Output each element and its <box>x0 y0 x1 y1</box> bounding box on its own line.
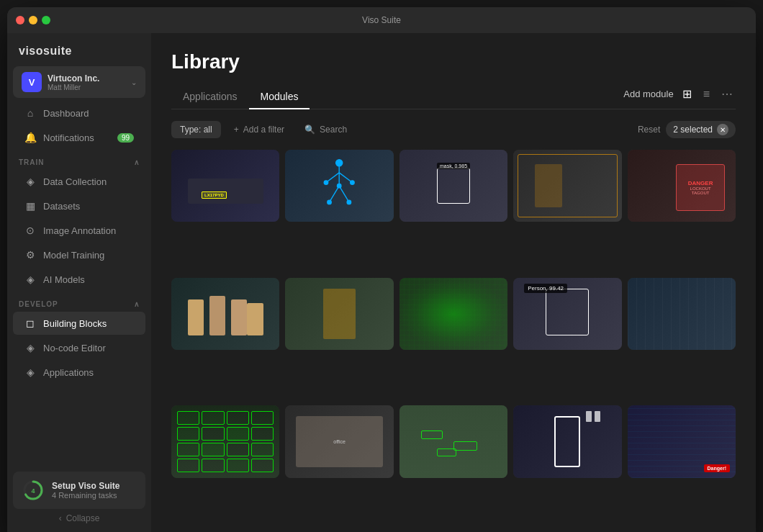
module-item-13[interactable] <box>399 405 507 477</box>
svg-line-8 <box>340 186 350 202</box>
module-item-11[interactable] <box>171 405 279 477</box>
sidebar-item-label: AI Models <box>43 274 85 285</box>
module-item-2[interactable] <box>285 150 393 222</box>
sidebar-item-label: Model Training <box>43 250 104 261</box>
modules-grid: LX17PYD <box>171 150 736 528</box>
develop-collapse-icon[interactable]: ∧ <box>134 300 140 308</box>
setup-title: Setup Viso Suite <box>52 481 119 491</box>
svg-point-10 <box>351 181 354 184</box>
collapse-button[interactable]: ‹ Collapse <box>13 509 145 528</box>
sidebar-item-label: No-code Editor <box>43 343 106 353</box>
sidebar-item-building-blocks[interactable]: ◻ Building Blocks <box>13 312 145 335</box>
sidebar-item-label: Dashboard <box>43 108 89 119</box>
titlebar: Viso Suite <box>7 7 756 33</box>
sidebar-bottom: 4 Setup Viso Suite 4 Remaining tasks ‹ C… <box>7 466 151 532</box>
ai-models-icon: ◈ <box>24 274 36 285</box>
sidebar-item-datasets[interactable]: ▦ Datasets <box>13 194 145 217</box>
type-filter-label: Type: all <box>180 125 212 135</box>
training-icon: ⚙ <box>24 249 36 261</box>
chevron-down-icon: ⌄ <box>131 78 137 86</box>
sidebar-item-label: Image Annotation <box>43 225 116 236</box>
module-item-7[interactable] <box>285 278 393 350</box>
sidebar-item-applications[interactable]: ◈ Applications <box>13 361 145 384</box>
sidebar-item-ai-models[interactable]: ◈ AI Models <box>13 268 145 291</box>
add-filter-label: Add a filter <box>243 125 284 135</box>
sidebar-item-model-training[interactable]: ⚙ Model Training <box>13 243 145 266</box>
search-label: Search <box>320 125 347 135</box>
module-item-3[interactable]: mask, 0.985 <box>399 150 507 222</box>
selected-count-badge: 2 selected ✕ <box>666 121 736 138</box>
add-filter-button[interactable]: + Add a filter <box>227 121 292 138</box>
module-item-5[interactable]: DANGER LOCKOUT TAGOUT <box>628 150 736 222</box>
svg-text:4: 4 <box>31 487 35 495</box>
datasets-icon: ▦ <box>24 200 36 212</box>
bell-icon: 🔔 <box>24 132 36 143</box>
module-item-8[interactable] <box>399 278 507 350</box>
tab-applications[interactable]: Applications <box>171 85 249 109</box>
grid-view-icon: ⊞ <box>682 88 692 100</box>
module-item-15[interactable]: Danger! <box>628 405 736 477</box>
collapse-label: Collapse <box>66 513 100 523</box>
dashboard-icon: ⌂ <box>24 107 36 119</box>
building-blocks-icon: ◻ <box>24 317 36 329</box>
svg-point-13 <box>338 184 341 187</box>
section-train: TRAIN ∧ <box>7 150 151 169</box>
svg-point-12 <box>348 200 351 204</box>
window-title: Viso Suite <box>362 15 401 25</box>
applications-icon: ◈ <box>24 366 36 378</box>
toolbar-right: Add module ⊞ ≡ ⋯ <box>623 86 736 108</box>
sidebar-item-no-code-editor[interactable]: ◈ No-code Editor <box>13 336 145 359</box>
setup-card[interactable]: 4 Setup Viso Suite 4 Remaining tasks <box>13 472 145 509</box>
type-filter[interactable]: Type: all <box>171 121 221 138</box>
add-module-button[interactable]: Add module <box>623 89 673 99</box>
svg-line-7 <box>330 186 340 202</box>
selected-count-label: 2 selected <box>673 125 713 135</box>
more-icon: ⋯ <box>721 88 733 100</box>
sidebar-item-label: Datasets <box>43 201 80 212</box>
svg-line-6 <box>340 173 353 183</box>
sidebar-item-dashboard[interactable]: ⌂ Dashboard <box>13 102 145 125</box>
module-item-12[interactable]: office <box>285 405 393 477</box>
main-panel: Library Applications Modules Add module … <box>151 33 756 532</box>
tab-modules[interactable]: Modules <box>249 85 310 109</box>
account-info: Virtucon Inc. Matt Miller <box>48 73 131 91</box>
sidebar-item-notifications[interactable]: 🔔 Notifications 99 <box>13 126 145 149</box>
traffic-lights <box>16 16 50 24</box>
tabs-toolbar: Applications Modules Add module ⊞ ≡ <box>171 85 736 109</box>
filter-bar: Type: all + Add a filter 🔍 Search Reset … <box>171 121 736 138</box>
user-name: Matt Miller <box>48 84 131 91</box>
list-view-button[interactable]: ≡ <box>700 86 713 102</box>
setup-subtitle: 4 Remaining tasks <box>52 491 119 500</box>
company-name: Virtucon Inc. <box>48 73 131 84</box>
sidebar-item-image-annotation[interactable]: ⊙ Image Annotation <box>13 219 145 242</box>
clear-selection-button[interactable]: ✕ <box>717 124 728 135</box>
svg-point-9 <box>325 181 328 184</box>
module-item-14[interactable] <box>513 405 621 477</box>
sidebar-item-label: Building Blocks <box>43 318 107 329</box>
account-switcher[interactable]: V Virtucon Inc. Matt Miller ⌄ <box>13 66 145 98</box>
minimize-button[interactable] <box>29 16 37 24</box>
plus-icon: + <box>234 125 239 135</box>
module-item-10[interactable] <box>628 278 736 350</box>
sidebar-item-data-collection[interactable]: ◈ Data Collection <box>13 170 145 193</box>
maximize-button[interactable] <box>42 16 50 24</box>
svg-point-11 <box>328 200 331 204</box>
search-filter[interactable]: 🔍 Search <box>297 121 354 138</box>
collapse-icon[interactable]: ∧ <box>134 158 140 166</box>
svg-line-5 <box>326 173 339 183</box>
reset-button[interactable]: Reset <box>638 125 660 135</box>
module-item-9[interactable]: Person, 99.42 <box>513 278 621 350</box>
filter-right: Reset 2 selected ✕ <box>638 121 736 138</box>
module-item-6[interactable] <box>171 278 279 350</box>
setup-progress-ring: 4 <box>22 479 45 502</box>
module-item-4[interactable] <box>513 150 621 222</box>
tabs: Applications Modules <box>171 85 310 109</box>
svg-point-3 <box>336 160 343 166</box>
grid-view-button[interactable]: ⊞ <box>680 86 695 102</box>
module-item-1[interactable]: LX17PYD <box>171 150 279 222</box>
close-button[interactable] <box>16 16 24 24</box>
data-collection-icon: ◈ <box>24 176 36 187</box>
setup-info: Setup Viso Suite 4 Remaining tasks <box>52 481 119 500</box>
section-develop: DEVELOP ∧ <box>7 292 151 311</box>
more-options-button[interactable]: ⋯ <box>718 86 736 102</box>
